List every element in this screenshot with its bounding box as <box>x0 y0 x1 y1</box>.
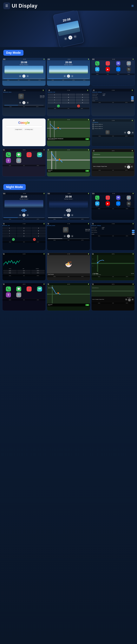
nbm-next[interactable]: ⏭ <box>71 235 74 237</box>
nnp-prev[interactable]: ⏮ <box>125 298 127 300</box>
dial-hash[interactable]: # <box>76 102 89 104</box>
dial-5[interactable]: 5 <box>62 96 75 98</box>
np-prev[interactable]: ⏮ <box>124 166 126 168</box>
nbs-auto-answer-toggle[interactable] <box>132 230 134 231</box>
n-app-bt[interactable]: ⑁ BT <box>113 202 123 207</box>
app-phone[interactable]: 📞 Phone <box>92 61 102 66</box>
np-play[interactable]: ▶ <box>127 166 130 168</box>
eq-btn-3[interactable]: APTS <box>31 270 45 272</box>
dial-star[interactable]: * <box>48 102 61 104</box>
local-play[interactable]: ▶ <box>127 131 130 134</box>
app-camera[interactable]: 📷 Camera <box>124 67 134 72</box>
dial-7[interactable]: 7 <box>48 99 61 101</box>
bt-auto-connect-toggle[interactable] <box>131 98 134 100</box>
nav-go-button[interactable]: GO <box>86 138 89 140</box>
local-item-1[interactable]: 华年总有_终焦距.mp3 <box>92 124 134 125</box>
n-dial-9[interactable]: 9 <box>32 232 46 234</box>
sc-play-2[interactable]: ⏸ <box>67 74 70 78</box>
sc-next-2[interactable]: ⏭ <box>71 75 74 77</box>
call-answer[interactable]: 📞 <box>57 105 60 108</box>
n-dial-2[interactable]: 2 <box>17 227 31 229</box>
dial-3[interactable]: 3 <box>76 94 89 96</box>
sc-prev-n2[interactable]: ⏮ <box>64 214 66 216</box>
ncp-music[interactable]: 🎵 <box>24 286 34 292</box>
cp-app-maps[interactable]: 🗺 <box>34 152 44 158</box>
n-dial-6[interactable]: 6 <box>32 230 46 232</box>
n-dial-star[interactable]: * <box>2 235 16 237</box>
google-search-bar[interactable] <box>6 126 42 128</box>
n-app-music[interactable]: 🎵 Music <box>103 196 113 201</box>
ncp-phone[interactable]: 📞 <box>4 286 13 292</box>
ncp-podcast[interactable]: 🎙 <box>4 292 13 298</box>
nnp-next[interactable]: ⏭ <box>132 298 134 300</box>
np-next[interactable]: ⏭ <box>131 166 133 168</box>
bt-play[interactable]: ⏸ <box>22 101 26 104</box>
app-maps[interactable]: 🗺 Maps <box>113 61 123 66</box>
ncp-settings[interactable]: ⚙️ <box>14 292 24 298</box>
cp-app-messages[interactable]: 💬 <box>14 152 24 158</box>
local-item-2[interactable]: 华年总有_终焦距.mp3 <box>92 126 134 127</box>
n-app-youtube[interactable]: ▶ YouTube <box>103 202 113 207</box>
eq-btn-2[interactable]: ETA <box>17 270 31 272</box>
sc-next-n1[interactable]: ⏭ <box>26 214 29 216</box>
dial-0[interactable]: 0 <box>62 102 75 104</box>
n-app-settings[interactable]: ⚙️ Settings <box>124 196 134 201</box>
nbm-play[interactable]: ⏸ <box>67 234 70 238</box>
sc-play-n1[interactable]: ⏸ <box>22 214 26 217</box>
n-dial-0[interactable]: 0 <box>17 235 31 237</box>
n-app-camera[interactable]: 📷 Camera <box>124 202 134 207</box>
bt-prev[interactable]: ⏮ <box>19 102 21 104</box>
dial-2[interactable]: 2 <box>62 94 75 96</box>
eq-btn-5[interactable]: ETA <box>17 272 31 274</box>
dial-6[interactable]: 6 <box>76 96 89 98</box>
sc-next-1[interactable]: ⏭ <box>26 75 29 77</box>
n-app-telegram[interactable]: ✈ Telegram <box>92 202 102 207</box>
menu-icon[interactable]: ≡ <box>132 4 134 8</box>
cp-app-phone[interactable]: 📞 <box>4 152 13 158</box>
n-dial-3[interactable]: 3 <box>32 227 46 229</box>
cp-app-settings[interactable]: ⚙️ <box>14 158 24 164</box>
nbs-auto-connect-toggle[interactable] <box>132 232 134 233</box>
sc-next-n2[interactable]: ⏭ <box>71 214 74 216</box>
call-end[interactable]: 📵 <box>77 105 80 108</box>
nnp-play[interactable]: ▶ <box>128 298 131 302</box>
n-dial-4[interactable]: 4 <box>2 230 16 232</box>
local-item-3[interactable]: 华年总有_终焦距.mp3 <box>92 128 134 130</box>
nbs-power-toggle[interactable] <box>132 234 134 235</box>
sc-prev-n1[interactable]: ⏮ <box>19 214 21 216</box>
local-next[interactable]: ⏭ <box>132 132 134 134</box>
dial-1[interactable]: 1 <box>48 94 61 96</box>
n-dial-8[interactable]: 8 <box>17 232 31 234</box>
bt-auto-answer-toggle[interactable] <box>131 96 134 98</box>
n-dial-1[interactable]: 1 <box>2 227 16 229</box>
nnm-go[interactable]: GO <box>86 304 89 306</box>
google-lucky-btn[interactable]: I'm Feeling Lucky <box>24 128 34 130</box>
app-youtube[interactable]: ▶ YouTube <box>103 67 113 72</box>
app-music[interactable]: 🎵 Music <box>103 61 113 66</box>
n-call-answer[interactable]: 📞 <box>12 238 15 241</box>
n-app-phone[interactable]: 📞 Phone <box>92 196 102 201</box>
sc-prev-2[interactable]: ⏮ <box>64 75 66 77</box>
dial-4[interactable]: 4 <box>48 96 61 98</box>
n-dial-5[interactable]: 5 <box>17 230 31 232</box>
app-settings[interactable]: ⚙️ Settings <box>124 61 134 66</box>
sc-play-n2[interactable]: ⏸ <box>67 214 70 217</box>
cp-app-music[interactable]: 🎵 <box>24 152 34 158</box>
n-dial-7[interactable]: 7 <box>2 232 16 234</box>
local-prev[interactable]: ⏮ <box>124 132 126 134</box>
sc-prev-1[interactable]: ⏮ <box>19 75 21 77</box>
bt-next[interactable]: ⏭ <box>26 102 29 104</box>
dial-9[interactable]: 9 <box>76 99 89 101</box>
google-search-btn[interactable]: Google Search <box>14 128 23 130</box>
app-telegram[interactable]: ✈ Telegram <box>92 67 102 72</box>
sc-play-1[interactable]: ⏸ <box>22 74 26 78</box>
cp-app-podcast[interactable]: 🎙 <box>4 158 13 164</box>
n-call-end[interactable]: 📵 <box>33 238 36 241</box>
n-dial-hash[interactable]: # <box>32 235 46 237</box>
play-button[interactable]: ⏸ <box>68 35 73 40</box>
cpnav-go[interactable]: GO <box>86 170 89 172</box>
nbm-prev[interactable]: ⏮ <box>64 235 66 237</box>
bt-power-toggle[interactable] <box>131 100 134 102</box>
next-button[interactable]: ⏭ <box>73 35 77 38</box>
ncp-maps[interactable]: 🗺 <box>34 286 44 292</box>
